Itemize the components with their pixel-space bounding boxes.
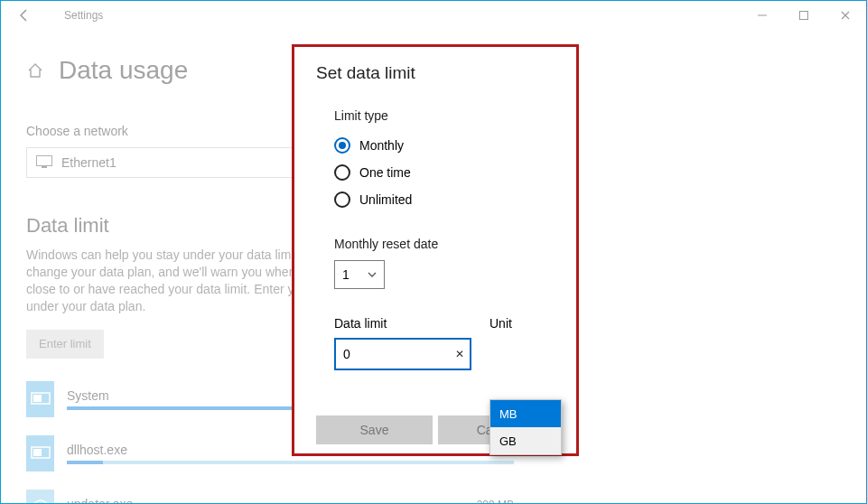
data-limit-label: Data limit [334,316,471,331]
limit-type-unlimited[interactable]: Unlimited [334,186,555,213]
back-button[interactable] [10,1,39,30]
unit-dropdown: MB GB [489,399,562,455]
svg-point-9 [33,500,48,504]
reset-date-value: 1 [342,267,350,282]
app-name: updater.exe [67,497,514,504]
network-icon [36,155,52,171]
limit-type-label: Limit type [334,108,555,123]
data-limit-value: 0 [343,347,350,361]
home-icon[interactable] [26,61,44,79]
reset-date-select[interactable]: 1 [334,260,385,289]
svg-rect-2 [37,155,52,165]
unit-label: Unit [489,316,574,331]
network-selected-value: Ethernet1 [61,155,117,170]
svg-rect-8 [33,449,42,456]
svg-rect-6 [33,395,42,402]
radio-label: Monthly [359,138,404,153]
unit-option-gb[interactable]: GB [490,427,561,454]
app-icon [26,490,54,504]
svg-rect-1 [800,12,808,20]
radio-label: One time [359,165,411,180]
page-title: Data usage [59,56,188,85]
app-usage-bar [67,461,514,464]
save-button[interactable]: Save [316,415,433,444]
app-icon [26,381,54,417]
svg-rect-3 [42,166,47,168]
radio-icon [334,164,350,181]
dialog-title: Set data limit [316,63,555,83]
app-usage-value: 309 MB [477,499,514,504]
clear-input-icon[interactable]: ✕ [455,348,464,360]
app-icon [26,435,54,471]
maximize-button[interactable] [783,1,825,30]
chevron-down-icon [368,267,377,282]
radio-icon [334,191,350,208]
app-usage-row: updater.exe 309 MB [26,487,514,504]
window-title: Settings [64,9,103,22]
enter-limit-button[interactable]: Enter limit [26,330,104,359]
limit-type-one-time[interactable]: One time [334,159,555,186]
radio-label: Unlimited [359,192,412,207]
limit-type-monthly[interactable]: Monthly [334,132,555,159]
data-limit-input[interactable]: 0 ✕ [334,338,471,370]
unit-option-mb[interactable]: MB [490,400,561,427]
set-data-limit-dialog: Set data limit Limit type Monthly One ti… [292,44,579,456]
title-bar: Settings [1,1,866,30]
limit-type-radio-group: Monthly One time Unlimited [334,132,555,213]
radio-icon [334,137,350,154]
minimize-button[interactable] [741,1,783,30]
close-button[interactable] [825,1,866,30]
unit-select[interactable] [502,338,574,370]
reset-date-label: Monthly reset date [334,237,555,251]
